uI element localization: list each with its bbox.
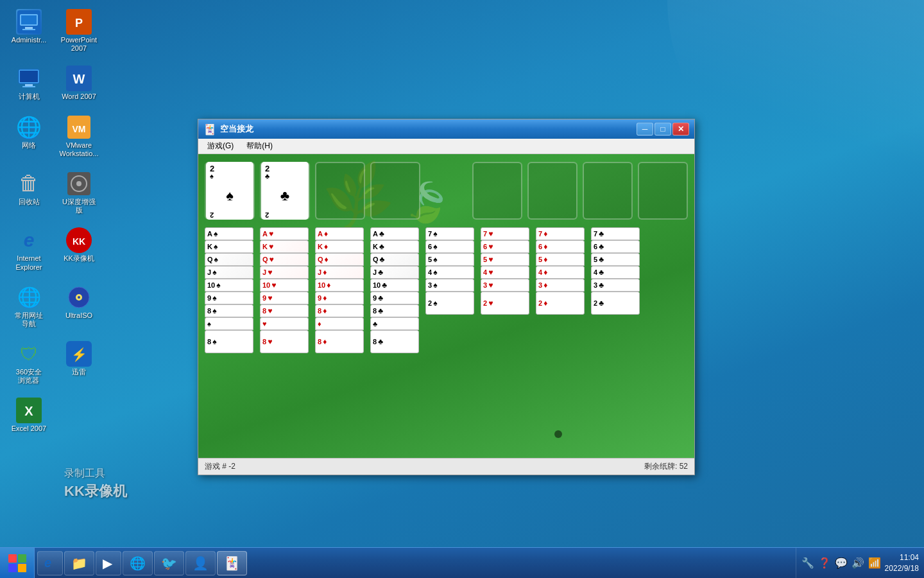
tray-icon-network[interactable]: 📶: [868, 557, 881, 569]
taskbar-security[interactable]: 👤: [185, 551, 216, 575]
col4-card-9[interactable]: 9♣: [370, 292, 419, 304]
desktop-icon-udeep[interactable]: U深度增强版: [56, 168, 101, 217]
col6-card-2[interactable]: 2♥: [481, 292, 529, 315]
col2-card-bottom[interactable]: 8♥: [260, 330, 309, 353]
minimize-button[interactable]: ─: [637, 123, 653, 136]
desktop-icon-thunder[interactable]: ⚡ 迅雷: [56, 338, 101, 387]
col7-card-2[interactable]: 2♦: [536, 292, 585, 315]
col4-card-k[interactable]: K♣: [370, 240, 419, 253]
col5-card-6[interactable]: 6♠: [425, 240, 474, 253]
tray-icon-settings[interactable]: 🔧: [801, 557, 814, 569]
column-3[interactable]: A♦ K♦ Q♦ J♦ 10♦ 9♦ 8♦ ♦ 8♦: [315, 227, 365, 353]
taskbar-media[interactable]: ▶: [96, 551, 121, 575]
taskbar-browser[interactable]: 🌐: [123, 551, 153, 575]
col1-card-bottom[interactable]: 8♠: [205, 330, 253, 353]
desktop-icon-computer[interactable]: 计算机: [6, 63, 51, 103]
col2-card-10[interactable]: 10♥: [260, 279, 309, 292]
col5-card-2[interactable]: 2♠: [425, 292, 474, 315]
tray-icon-chat[interactable]: 💬: [835, 557, 848, 569]
col3-card-j[interactable]: J♦: [315, 266, 364, 279]
col3-card-7[interactable]: ♦: [315, 317, 364, 330]
desktop-icon-trash[interactable]: 🗑 回收站: [6, 168, 51, 217]
col3-card-q[interactable]: Q♦: [315, 253, 364, 266]
column-2[interactable]: A♥ K♥ Q♥ J♥ 10♥ 9♥ 8♥ ♥ 8♥: [260, 227, 310, 353]
close-button[interactable]: ✕: [672, 123, 689, 136]
foundation-1[interactable]: [472, 162, 522, 220]
col6-card-6[interactable]: 6♥: [481, 240, 529, 253]
col4-card-a[interactable]: A♣: [370, 227, 419, 240]
col2-card-k[interactable]: K♥: [260, 240, 309, 253]
free-cell-3[interactable]: [315, 162, 365, 220]
column-5[interactable]: 7♠ 6♠ 5♠ 4♠ 3♠ 2♠: [425, 227, 475, 353]
col1-card-10[interactable]: 10♠: [205, 279, 253, 292]
col3-card-a[interactable]: A♦: [315, 227, 364, 240]
free-cell-4[interactable]: [370, 162, 420, 220]
tray-icon-help[interactable]: ❓: [818, 557, 831, 569]
desktop-icon-ppt[interactable]: P PowerPoint2007: [56, 6, 101, 55]
col8-card-2[interactable]: 2♣: [591, 292, 640, 315]
desktop-icon-browser[interactable]: 🌐 常用网址导航: [6, 282, 51, 331]
foundation-4[interactable]: [638, 162, 688, 220]
taskbar-freecell[interactable]: 🃏: [217, 551, 247, 575]
col1-card-8[interactable]: 8♠: [205, 304, 253, 317]
tray-icon-volume[interactable]: 🔊: [851, 557, 864, 569]
desktop-icon-word[interactable]: W Word 2007: [56, 63, 101, 103]
col8-card-5[interactable]: 5♣: [591, 253, 640, 266]
col5-card-7[interactable]: 7♠: [425, 227, 474, 240]
col7-card-6[interactable]: 6♦: [536, 240, 585, 253]
game-area[interactable]: 2 ♠ ♠ 2: [198, 154, 694, 458]
free-cell-2[interactable]: 2 ♣ ♣ 2: [260, 162, 310, 220]
col6-card-5[interactable]: 5♥: [481, 253, 529, 266]
col1-card-7[interactable]: ♠: [205, 317, 253, 330]
maximize-button[interactable]: □: [654, 123, 671, 136]
col2-card-j[interactable]: J♥: [260, 266, 309, 279]
col2-card-q[interactable]: Q♥: [260, 253, 309, 266]
desktop-icon-excel[interactable]: X Excel 2007: [6, 395, 51, 435]
col8-card-3[interactable]: 3♣: [591, 279, 640, 292]
col5-card-5[interactable]: 5♠: [425, 253, 474, 266]
col1-card-k[interactable]: K♠: [205, 240, 253, 253]
col8-card-6[interactable]: 6♣: [591, 240, 640, 253]
col4-card-10[interactable]: 10♣: [370, 279, 419, 292]
taskbar-ie[interactable]: e: [37, 551, 63, 575]
desktop-icon-admin[interactable]: Administr...: [6, 6, 51, 55]
col1-card-j[interactable]: J♠: [205, 266, 253, 279]
col3-card-k[interactable]: K♦: [315, 240, 364, 253]
col4-card-8[interactable]: 8♣: [370, 304, 419, 317]
desktop-icon-360[interactable]: 🛡 360安全浏览器: [6, 338, 51, 387]
card-2-spades[interactable]: 2 ♠ ♠ 2: [206, 162, 253, 220]
col2-card-9[interactable]: 9♥: [260, 292, 309, 304]
desktop-icon-ultraiso[interactable]: UltraISO: [56, 282, 101, 331]
col3-card-bottom[interactable]: 8♦: [315, 330, 364, 353]
col2-card-7[interactable]: ♥: [260, 317, 309, 330]
foundation-2[interactable]: [527, 162, 578, 220]
foundation-3[interactable]: [583, 162, 633, 220]
desktop-icon-kk[interactable]: KK KK录像机: [56, 225, 101, 274]
col1-card-9[interactable]: 9♠: [205, 292, 253, 304]
column-6[interactable]: 7♥ 6♥ 5♥ 4♥ 3♥ 2♥: [481, 227, 531, 353]
col7-card-4[interactable]: 4♦: [536, 266, 585, 279]
column-8[interactable]: 7♣ 6♣ 5♣ 4♣ 3♣ 2♣: [591, 227, 641, 353]
taskbar-messenger[interactable]: 🐦: [154, 551, 184, 575]
column-4[interactable]: A♣ K♣ Q♣ J♣ 10♣ 9♣ 8♣ ♣ 8♣: [370, 227, 420, 353]
col4-card-7[interactable]: ♣: [370, 317, 419, 330]
column-1[interactable]: A♠ K♠ Q♠ J♠ 10♠ 9♠ 8♠ ♠ 8♠: [205, 227, 255, 353]
desktop-icon-ie[interactable]: e InternetExplorer: [6, 225, 51, 274]
col3-card-9[interactable]: 9♦: [315, 292, 364, 304]
menu-game[interactable]: 游戏(G): [202, 139, 239, 153]
menu-help[interactable]: 帮助(H): [241, 139, 278, 153]
col5-card-3[interactable]: 3♠: [425, 279, 474, 292]
col8-card-7[interactable]: 7♣: [591, 227, 640, 240]
col7-card-7[interactable]: 7♦: [536, 227, 585, 240]
col5-card-4[interactable]: 4♠: [425, 266, 474, 279]
column-7[interactable]: 7♦ 6♦ 5♦ 4♦ 3♦ 2♦: [536, 227, 586, 353]
desktop-icon-network[interactable]: 🌐 网络: [6, 112, 51, 161]
col1-card-q[interactable]: Q♠: [205, 253, 253, 266]
col1-card-a[interactable]: A♠: [205, 227, 253, 240]
free-cell-1[interactable]: 2 ♠ ♠ 2: [205, 162, 255, 220]
col3-card-8[interactable]: 8♦: [315, 304, 364, 317]
col6-card-3[interactable]: 3♥: [481, 279, 529, 292]
col4-card-bottom[interactable]: 8♣: [370, 330, 419, 353]
start-button[interactable]: [0, 548, 35, 579]
col8-card-4[interactable]: 4♣: [591, 266, 640, 279]
